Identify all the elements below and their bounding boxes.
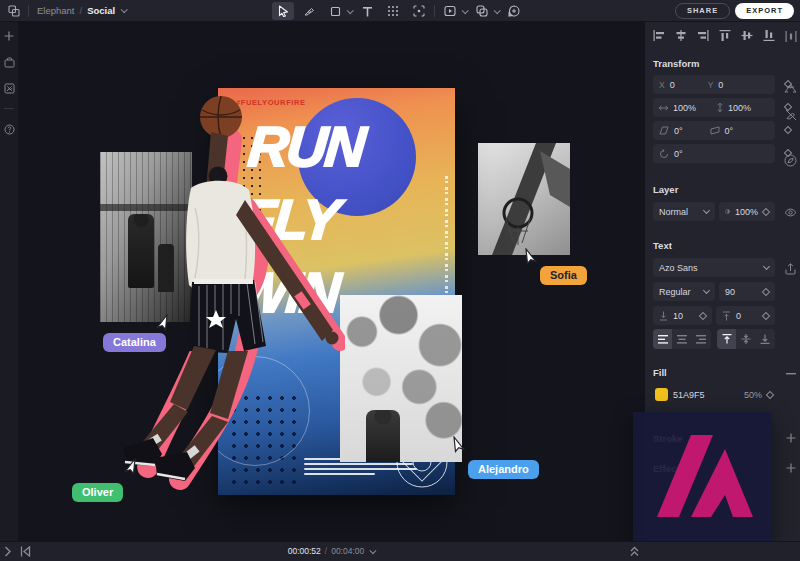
assets-briefcase-icon[interactable]	[3, 56, 15, 68]
add-effect-icon[interactable]	[784, 461, 797, 474]
design-canvas[interactable]: #FUELYOURFIRE RUN FLY WIN	[18, 22, 645, 541]
expand-timeline-icon[interactable]	[630, 546, 639, 557]
comment-tool-button[interactable]	[503, 2, 525, 20]
chevron-down-icon[interactable]	[369, 547, 376, 554]
export-button[interactable]: EXPORT	[735, 3, 794, 19]
horizontal-align-group	[653, 329, 711, 349]
keyframe-diamond-icon[interactable]	[699, 311, 707, 319]
vertical-align-middle-button[interactable]	[736, 329, 755, 349]
font-size-value[interactable]: 90	[725, 287, 735, 297]
remove-fill-icon[interactable]	[784, 367, 797, 380]
font-weight-select[interactable]: Regular	[653, 282, 715, 301]
layer-opacity-value[interactable]: 100%	[735, 207, 758, 217]
collaborator-tag-catalina: Catalina	[103, 333, 166, 352]
align-bottom-icon[interactable]	[763, 30, 775, 41]
section-title-transform: Transform	[653, 58, 699, 69]
photo-trees[interactable]	[340, 295, 462, 462]
line-height-field[interactable]: 0	[716, 306, 775, 325]
pen-disabled-icon[interactable]	[784, 108, 797, 121]
left-sidebar	[0, 22, 18, 541]
help-icon[interactable]	[3, 123, 15, 135]
position-fields[interactable]: X 0 Y 0	[653, 75, 775, 94]
distribute-horizontal-icon[interactable]	[784, 30, 797, 43]
chevron-down-icon[interactable]	[494, 7, 501, 14]
keyframe-diamond-icon[interactable]	[762, 311, 770, 319]
basketball-player-cutout[interactable]	[95, 88, 345, 508]
y-value[interactable]: 0	[718, 80, 723, 90]
skew-fields[interactable]: 0° 0°	[653, 121, 775, 140]
text-align-left-button[interactable]	[653, 329, 672, 349]
align-horizontal-center-icon[interactable]	[675, 30, 687, 41]
constraints-icon[interactable]	[784, 82, 797, 95]
keyframe-diamond-icon[interactable]	[766, 390, 774, 398]
vertical-align-bottom-button[interactable]	[755, 329, 774, 349]
timeline-position[interactable]: 00:00:52 / 00:04:00	[288, 546, 375, 556]
x-value[interactable]: 0	[670, 80, 675, 90]
text-tool-button[interactable]	[356, 2, 378, 20]
align-left-icon[interactable]	[653, 30, 665, 41]
fill-hex-value[interactable]: 51A9F5	[673, 390, 705, 400]
upload-font-icon[interactable]	[784, 262, 797, 275]
image-asset-icon[interactable]	[3, 82, 15, 94]
transform-scale-row: 100% 100%	[653, 98, 775, 117]
font-family-select[interactable]: Azo Sans	[653, 258, 775, 277]
fill-entry[interactable]: 51A9F5 50%	[653, 385, 775, 404]
video-tool-button[interactable]	[439, 2, 461, 20]
skew-y-icon	[710, 126, 720, 135]
align-top-icon[interactable]	[719, 30, 731, 41]
fill-opacity-value[interactable]: 50%	[744, 390, 762, 400]
font-size-field[interactable]: 90	[719, 282, 775, 301]
blend-mode-select[interactable]: Normal	[653, 202, 715, 221]
share-button[interactable]: SHARE	[675, 3, 730, 19]
chevron-down-icon	[703, 207, 710, 214]
chevron-down-icon[interactable]	[462, 7, 469, 14]
scale-fields[interactable]: 100% 100%	[653, 98, 775, 117]
align-vertical-center-icon[interactable]	[741, 30, 753, 41]
keyframe-diamond-icon[interactable]	[762, 287, 770, 295]
rotation-field[interactable]: 0°	[653, 144, 775, 163]
text-align-center-button[interactable]	[672, 329, 691, 349]
components-grid-tool-button[interactable]	[382, 2, 404, 20]
skip-to-start-icon[interactable]	[20, 546, 31, 557]
pen-tool-button[interactable]	[298, 2, 320, 20]
breadcrumb[interactable]: Elephant / Social	[37, 5, 126, 16]
keyframe-diamond-icon[interactable]	[784, 126, 792, 134]
line-height-value[interactable]: 0	[736, 311, 741, 321]
keyframe-diamond-icon[interactable]	[762, 207, 770, 215]
align-right-icon[interactable]	[697, 30, 709, 41]
fill-color-swatch[interactable]	[655, 388, 668, 401]
text-align-right-button[interactable]	[692, 329, 711, 349]
transform-rotation-row: 0°	[653, 144, 775, 163]
chevron-right-icon[interactable]	[4, 546, 11, 557]
shape-tool-button[interactable]	[324, 2, 346, 20]
add-stroke-icon[interactable]	[784, 431, 797, 444]
eye-visibility-icon[interactable]	[784, 206, 797, 219]
skew-y-value[interactable]: 0°	[725, 126, 734, 136]
font-weight-value[interactable]: Regular	[659, 287, 691, 297]
transform-position-row: X 0 Y 0	[653, 75, 775, 94]
scale-y-value[interactable]: 100%	[728, 103, 751, 113]
blend-mode-value[interactable]: Normal	[659, 207, 688, 217]
letter-spacing-field[interactable]: 10	[653, 306, 712, 325]
letter-spacing-value[interactable]: 10	[673, 311, 683, 321]
breadcrumb-page[interactable]: Social	[87, 5, 115, 16]
skew-x-value[interactable]: 0°	[674, 126, 683, 136]
boolean-shapes-tool-button[interactable]	[471, 2, 493, 20]
font-family-value[interactable]: Azo Sans	[659, 263, 698, 273]
chevron-down-icon[interactable]	[121, 6, 128, 13]
vertical-align-top-button[interactable]	[717, 329, 736, 349]
photo-basketball-hoop[interactable]	[478, 143, 570, 255]
chevron-down-icon[interactable]	[347, 7, 354, 14]
text-align-row	[653, 329, 775, 349]
scale-x-value[interactable]: 100%	[673, 103, 696, 113]
focus-scan-tool-button[interactable]	[408, 2, 430, 20]
boolean-tool-group	[471, 2, 499, 20]
add-icon[interactable]	[3, 30, 15, 42]
timeline-current-time: 00:00:52	[288, 546, 321, 556]
breadcrumb-project[interactable]: Elephant	[37, 5, 75, 16]
layer-opacity-field[interactable]: 100%	[719, 202, 775, 221]
app-logo-icon[interactable]	[8, 5, 20, 17]
move-tool-button[interactable]	[272, 2, 294, 20]
rotation-value[interactable]: 0°	[674, 149, 683, 159]
anchor-target-icon[interactable]	[784, 154, 797, 167]
